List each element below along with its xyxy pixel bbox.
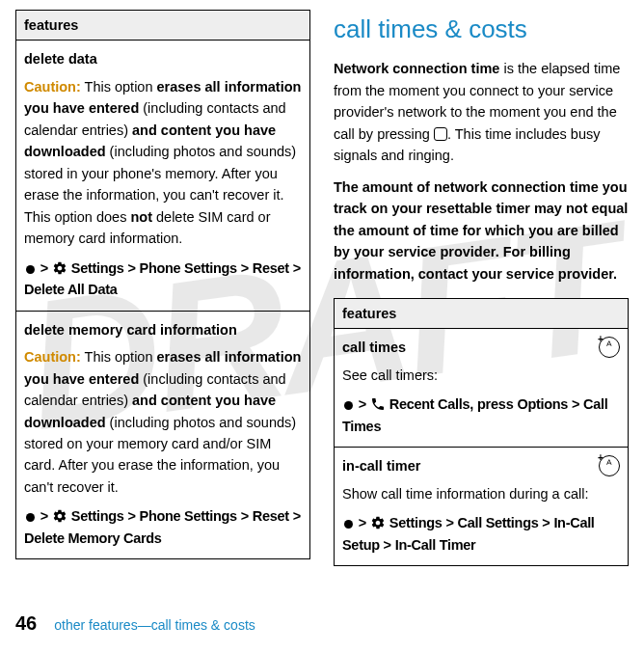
paragraph-1: Network connection time is the elapsed t…: [334, 58, 629, 166]
features-table-right: features call times See call timers: > R…: [334, 298, 629, 566]
nav-path: > Settings > Phone Settings > Reset > De…: [24, 505, 302, 549]
cell-title: delete data: [24, 48, 302, 69]
gt: >: [355, 396, 370, 412]
gt: >: [443, 515, 458, 530]
t: This option: [81, 349, 157, 365]
settings-icon: [52, 260, 67, 276]
page-columns: features delete data Caution: This optio…: [0, 0, 644, 566]
cell-body: See call timers:: [342, 365, 620, 386]
gt: >: [568, 396, 583, 412]
paragraph-2: The amount of network connection time yo…: [334, 177, 629, 285]
p: Delete All Data: [24, 282, 118, 297]
page-number: 46: [15, 609, 37, 638]
gt: >: [289, 508, 301, 524]
cell-title: call times: [342, 337, 620, 358]
p: Recent Calls: [389, 396, 470, 412]
gt: >: [355, 515, 370, 530]
t: This option: [81, 79, 157, 95]
settings-icon: [370, 515, 386, 530]
bold-paragraph: The amount of network connection time yo…: [334, 179, 628, 282]
b: not: [130, 209, 152, 225]
cell-body: Caution: This option erases all informat…: [24, 346, 302, 498]
nav-path: > Settings > Phone Settings > Reset > De…: [24, 258, 302, 301]
table-header: features: [335, 299, 628, 329]
footer-breadcrumb: other features—call times & costs: [54, 615, 255, 637]
feature-call-times: call times See call timers: > Recent Cal…: [335, 329, 628, 448]
gt: >: [289, 260, 301, 276]
gt: >: [237, 260, 253, 276]
p: Call Settings: [458, 515, 539, 530]
bold-term: Network connection time: [334, 61, 499, 76]
p: In-Call Timer: [395, 537, 476, 553]
nav-path: > Recent Calls, press Options > Call Tim…: [342, 394, 620, 437]
caution-label: Caution:: [24, 349, 81, 365]
center-key-icon: [344, 520, 353, 529]
p: Settings: [389, 515, 443, 530]
recent-calls-icon: [370, 396, 386, 412]
center-key-icon: [26, 265, 35, 274]
settings-icon: [52, 508, 67, 524]
center-key-icon: [344, 401, 353, 410]
right-column: call times & costs Network connection ti…: [334, 10, 629, 566]
feature-delete-data: delete data Caution: This option erases …: [16, 41, 309, 311]
gt: >: [37, 508, 52, 524]
p: Settings: [71, 508, 124, 524]
gt: >: [237, 508, 253, 524]
nav-path: > Settings > Call Settings > In-Call Set…: [342, 512, 620, 556]
p: Reset: [253, 260, 289, 276]
gt: >: [380, 537, 395, 553]
p: Settings: [71, 260, 124, 276]
gt: >: [124, 508, 140, 524]
cell-body: Show call time information during a call…: [342, 483, 620, 504]
caution-label: Caution:: [24, 79, 81, 95]
cell-title: delete memory card information: [24, 319, 302, 340]
cell-title: in-call timer: [342, 455, 620, 476]
section-heading: call times & costs: [334, 10, 629, 48]
p: Options: [517, 396, 568, 412]
gt: >: [37, 260, 52, 276]
gt: >: [538, 515, 553, 530]
p: Delete Memory Cards: [24, 530, 162, 546]
cell-body: Caution: This option erases all informat…: [24, 76, 302, 250]
page-footer: 46 other features—call times & costs: [15, 609, 255, 638]
features-table-left: features delete data Caution: This optio…: [15, 10, 310, 559]
p: Phone Settings: [140, 260, 237, 276]
table-header: features: [16, 11, 309, 41]
p: Reset: [253, 508, 289, 524]
feature-in-call-timer: in-call timer Show call time information…: [335, 448, 628, 565]
center-key-icon: [26, 513, 35, 522]
feature-delete-memory-card: delete memory card information Caution: …: [16, 312, 309, 559]
end-key-icon: [434, 127, 447, 141]
p: Phone Settings: [140, 508, 237, 524]
left-column: features delete data Caution: This optio…: [15, 10, 310, 566]
gt: >: [124, 260, 140, 276]
t: , press: [470, 396, 517, 412]
